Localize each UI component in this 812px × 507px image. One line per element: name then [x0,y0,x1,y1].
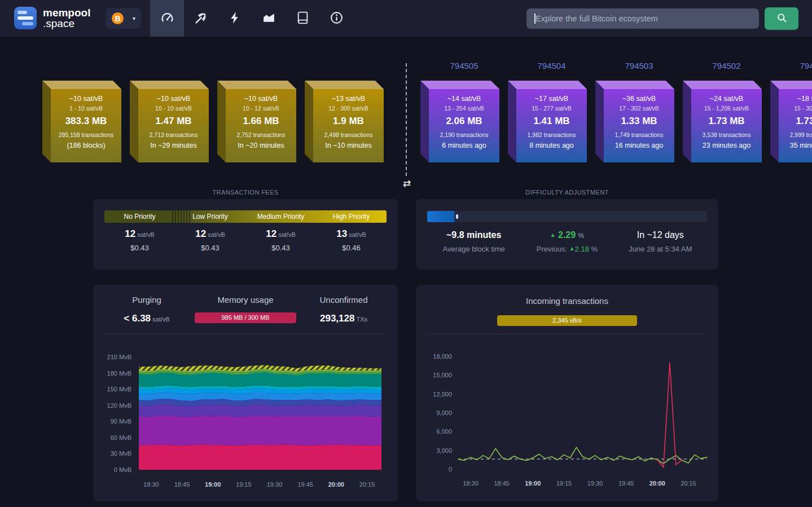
main-nav [150,0,353,37]
nav-item-statistics[interactable] [252,0,286,37]
block-median-fee: ~17 sat/vB [535,95,568,103]
mined-block[interactable]: ~36 sat/vB 17 - 302 sat/vB 1.33 MB 1,749… [595,81,674,162]
lightning-bolt-icon [228,11,242,27]
mempool-block[interactable]: ~10 sat/vB 10 - 12 sat/vB 1.66 MB 2,752 … [217,81,296,162]
block-median-fee: ~10 sat/vB [157,95,190,103]
block-median-fee: ~10 sat/vB [69,95,103,103]
block-age: 6 minutes ago [442,142,486,149]
block-size: 1.73 MB [796,116,812,127]
area-chart-icon [262,11,276,27]
block-side-face [508,81,516,162]
mined-block[interactable]: ~14 sat/vB 13 - 254 sat/vB 2.06 MB 2,190… [420,81,499,162]
svg-text:0 MvB: 0 MvB [114,466,131,473]
block-fee-range: 15 - 1,206 sat/vB [704,105,749,112]
previous-change-value: 2.18 [575,245,589,253]
block-median-fee: ~36 sat/vB [622,95,656,103]
mempool-block[interactable]: ~10 sat/vB 10 - 10 sat/vB 1.47 MB 2,713 … [130,81,209,162]
retarget-date: June 28 at 5:34 AM [614,245,707,253]
fee-tier-label: High Priority [316,210,387,223]
block-height-link[interactable]: 794502 [691,61,762,70]
svg-text:6,000: 6,000 [436,428,452,435]
svg-text:18:45: 18:45 [174,481,190,488]
mined-block[interactable]: ~17 sat/vB 15 - 277 sat/vB 1.41 MB 1,982… [508,81,587,162]
difficulty-progress-fill [427,211,454,222]
block-age: 8 minutes ago [529,142,574,149]
block-front-face: ~36 sat/vB 17 - 302 sat/vB 1.33 MB 1,749… [604,89,674,162]
svg-text:12,000: 12,000 [433,391,452,398]
svg-text:90 MvB: 90 MvB [111,418,131,425]
block-size: 1.47 MB [155,116,191,127]
svg-text:180 MvB: 180 MvB [107,370,131,377]
block-median-fee: ~24 sat/vB [710,95,743,103]
svg-text:20:15: 20:15 [681,480,696,487]
fee-gradient-bar: No Priority Low Priority Medium Priority… [104,210,387,223]
block-height-link[interactable]: 794505 [429,61,499,70]
svg-text:18:30: 18:30 [463,480,479,487]
swap-arrows-icon[interactable]: ⇄ [398,178,416,189]
block-height-link[interactable]: 794501 [779,61,812,70]
block-tx-count: 2,752 transactions [237,131,286,138]
pickaxe-icon [194,11,208,27]
block-tx-count: 2,999 transactions [790,131,812,138]
transaction-fees-title: TRANSACTION FEES [93,189,398,196]
svg-text:19:45: 19:45 [618,480,634,487]
logo-text: mempool .space [43,7,90,29]
block-size: 1.33 MB [621,116,657,127]
block-age: 16 minutes ago [615,142,663,149]
block-size: 1.9 MB [333,116,364,127]
block-front-face: ~10 sat/vB 10 - 12 sat/vB 1.66 MB 2,752 … [226,89,296,162]
logo[interactable]: mempool .space [14,7,90,29]
nav-item-mining[interactable] [184,0,218,37]
navbar: mempool .space B ▾ [0,0,812,37]
block-median-fee: ~13 sat/vB [332,95,365,103]
mined-block[interactable]: ~24 sat/vB 15 - 1,206 sat/vB 1.73 MB 3,5… [683,81,762,162]
svg-text:210 MvB: 210 MvB [107,354,131,360]
block-age: 35 minutes ago [790,142,812,149]
mined-block[interactable]: ~18 sat/vB 15 - 300 sat/vB 1.73 MB 2,999… [770,81,812,162]
nav-item-docs[interactable] [286,0,319,37]
svg-text:20:00: 20:00 [649,480,665,487]
block-front-face: ~13 sat/vB 12 - 300 sat/vB 1.9 MB 2,498 … [313,89,384,162]
fee-unit: sat/vB [208,231,225,238]
svg-text:9,000: 9,000 [436,409,452,416]
block-side-face [42,81,51,162]
difficulty-stats: ~9.8 minutes Average block time ▲ 2.29 %… [427,230,707,253]
block-size: 1.73 MB [708,116,744,127]
svg-text:20:00: 20:00 [328,481,344,488]
block-eta: (186 blocks) [67,142,105,149]
svg-text:18,000: 18,000 [433,353,452,360]
svg-text:120 MvB: 120 MvB [107,402,131,409]
svg-text:150 MvB: 150 MvB [107,386,131,393]
difficulty-progress-marker [456,214,458,219]
search-input[interactable] [526,8,759,29]
arrow-up-icon: ▲ [550,232,556,238]
block-top-face [420,81,499,89]
block-tx-count: 285,158 transactions [59,131,113,138]
difficulty-change: ▲ 2.29 % Previous: ▲2.18 % [520,230,613,253]
fee-unit: sat/vB [349,231,366,238]
block-height-link[interactable]: 794503 [604,61,674,70]
text-cursor [534,14,536,24]
mempool-block[interactable]: ~10 sat/vB 1 - 10 sat/vB 383.3 MB 285,15… [42,81,121,162]
fee-tier: 12sat/vB $0.43 [175,228,245,252]
block-front-face: ~14 sat/vB 13 - 254 sat/vB 2.06 MB 2,190… [429,89,499,162]
block-eta: In ~10 minutes [325,142,371,149]
logo-line2: .space [43,18,90,29]
search-button[interactable] [765,7,798,30]
svg-text:19:00: 19:00 [205,481,221,488]
block-median-fee: ~14 sat/vB [447,95,481,103]
block-height-link[interactable]: 794504 [516,61,587,70]
logo-line1: mempool [43,7,90,18]
block-top-face [305,81,384,89]
network-dropdown[interactable]: B ▾ [106,8,141,29]
nav-item-about[interactable] [319,0,353,37]
mempool-block[interactable]: ~13 sat/vB 12 - 300 sat/vB 1.9 MB 2,498 … [305,81,384,162]
avg-block-time-value: ~9.8 minutes [427,230,520,240]
retarget-eta: In ~12 days [614,230,707,240]
incoming-transactions-chart: 03,0006,0009,00012,00015,00018,00018:301… [416,285,718,501]
fee-values-row: 12sat/vB $0.43 12sat/vB $0.43 12sat/vB $… [104,228,387,252]
nav-item-lightning[interactable] [218,0,252,37]
transaction-fees-card: No Priority Low Priority Medium Priority… [93,199,398,270]
book-icon [296,11,310,27]
nav-item-dashboard[interactable] [150,0,184,37]
